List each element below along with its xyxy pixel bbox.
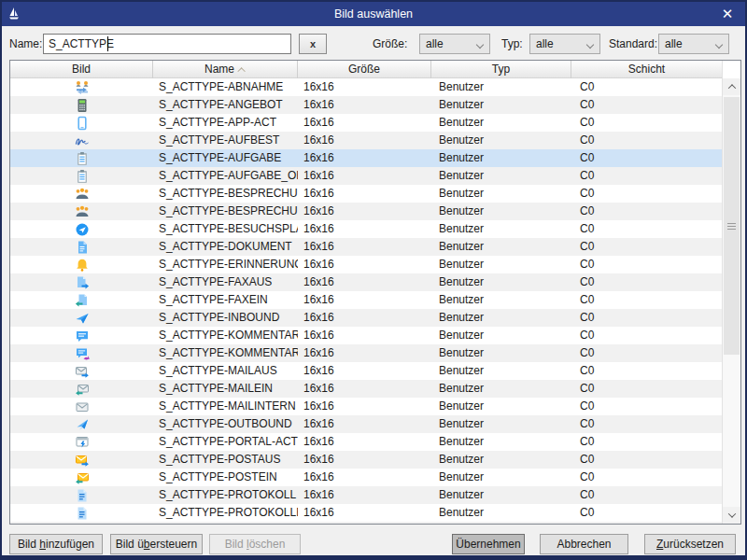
smartphone-icon	[10, 114, 153, 132]
cell-name	[153, 522, 298, 524]
table-row[interactable]: S_ACTTYPE-MAILEIN16x16BenutzerC0	[10, 380, 722, 398]
cancel-button[interactable]: Abbrechen	[540, 534, 628, 554]
cell-size	[298, 522, 431, 524]
table-row[interactable]: S_ACTTYPE-AUFGABE_OH...16x16BenutzerC0	[10, 167, 722, 185]
cell-layer: C0	[571, 114, 722, 132]
cell-size: 16x16	[298, 78, 431, 96]
table-row[interactable]: S_ACTTYPE-BESPRECHUNG16x16BenutzerC0	[10, 185, 722, 203]
sort-asc-icon	[237, 67, 245, 75]
cell-layer: C0	[571, 504, 722, 522]
cell-layer: C0	[571, 149, 722, 167]
cell-layer: C0	[571, 380, 722, 398]
cell-layer: C0	[571, 327, 722, 344]
column-header-schicht[interactable]: Schicht	[571, 61, 722, 78]
cell-size: 16x16	[298, 256, 431, 273]
table-row[interactable]: S_ACTTYPE-OUTBOUND16x16BenutzerC0	[10, 415, 722, 433]
cell-type: Benutzer	[431, 149, 571, 167]
cell-name: S_ACTTYPE-POSTEIN	[153, 469, 298, 486]
table-row[interactable]: S_ACTTYPE-BESPRECHUN...16x16BenutzerC0	[10, 203, 722, 220]
table-row[interactable]: S_ACTTYPE-PROTOKOLLE...16x16BenutzerC0	[10, 504, 722, 522]
cell-name: S_ACTTYPE-MAILINTERN	[153, 398, 298, 415]
cell-type: Benutzer	[431, 185, 571, 203]
standard-select[interactable]: alle	[658, 34, 729, 54]
size-select[interactable]: alle	[419, 34, 490, 54]
cell-type: Benutzer	[431, 256, 571, 273]
reset-button[interactable]: Zurücksetzen	[644, 534, 736, 554]
type-select[interactable]: alle	[529, 34, 600, 54]
table-row[interactable]: S_ACTTYPE-INBOUND16x16BenutzerC0	[10, 309, 722, 327]
table-row[interactable]: S_ACTTYPE-KOMMENTAR...16x16BenutzerC0	[10, 344, 722, 362]
cell-type: Benutzer	[431, 203, 571, 220]
doc-lines-icon	[10, 504, 153, 522]
table-row[interactable]: S_ACTTYPE-MAILINTERN16x16BenutzerC0	[10, 398, 722, 415]
cell-name: S_ACTTYPE-FAXAUS	[153, 273, 298, 291]
table-row[interactable]: S_ACTTYPE-POSTAUS16x16BenutzerC0	[10, 451, 722, 469]
bell-icon	[10, 256, 153, 273]
table-row[interactable]	[10, 522, 722, 524]
cell-layer: C0	[571, 469, 722, 486]
cell-name: S_ACTTYPE-APP-ACT	[153, 114, 298, 132]
cell-name: S_ACTTYPE-POSTAUS	[153, 451, 298, 469]
title-bar[interactable]: Bild auswählen ✕	[2, 2, 745, 26]
table-row[interactable]: S_ACTTYPE-ERINNERUNG16x16BenutzerC0	[10, 256, 722, 273]
table-row[interactable]: S_ACTTYPE-AUFBEST16x16BenutzerC0	[10, 132, 722, 149]
scrollbar-track[interactable]	[723, 95, 740, 507]
table-row[interactable]: S_ACTTYPE-APP-ACT16x16BenutzerC0	[10, 114, 722, 132]
envelope-yellow-arrow-right-icon	[10, 451, 153, 469]
table-row[interactable]: S_ACTTYPE-DOKUMENT16x16BenutzerC0	[10, 238, 722, 256]
table-row[interactable]: S_ACTTYPE-MAILAUS16x16BenutzerC0	[10, 362, 722, 380]
table-row[interactable]: S_ACTTYPE-POSTEIN16x16BenutzerC0	[10, 469, 722, 486]
cell-name: S_ACTTYPE-PROTOKOLLE...	[153, 504, 298, 522]
column-header-groesse[interactable]: Größe	[298, 61, 431, 78]
table-row[interactable]: S_ACTTYPE-KOMMENTAR16x16BenutzerC0	[10, 327, 722, 344]
cell-layer: C0	[571, 132, 722, 149]
table-row[interactable]: S_ACTTYPE-FAXAUS16x16BenutzerC0	[10, 273, 722, 291]
portal-icon	[10, 433, 153, 451]
cell-layer: C0	[571, 291, 722, 309]
cell-size: 16x16	[298, 185, 431, 203]
scrollbar-thumb[interactable]	[724, 97, 740, 355]
cell-name: S_ACTTYPE-AUFGABE_OH...	[153, 167, 298, 185]
table-row[interactable]: S_ACTTYPE-FAXEIN16x16BenutzerC0	[10, 291, 722, 309]
close-button[interactable]: ✕	[717, 2, 738, 26]
cell-size: 16x16	[298, 344, 431, 362]
cell-type: Benutzer	[431, 291, 571, 309]
cell-type	[431, 522, 571, 524]
table-row[interactable]: S_ACTTYPE-AUFGABE16x16BenutzerC0	[10, 149, 722, 167]
cell-type: Benutzer	[431, 486, 571, 504]
cell-size: 16x16	[298, 433, 431, 451]
scroll-down-button[interactable]	[723, 507, 740, 524]
meeting-icon	[10, 185, 153, 203]
image-table: Bild Name Größe Typ Schicht S_ACTTYPE-AB…	[9, 60, 741, 525]
cell-layer: C0	[571, 344, 722, 362]
name-input[interactable]	[43, 34, 291, 54]
type-select-value: alle	[536, 37, 554, 50]
sailboat-icon	[2, 7, 26, 21]
doc-arrow-right-icon	[10, 273, 153, 291]
plane-circle-icon	[10, 220, 153, 238]
cell-name: S_ACTTYPE-BESPRECHUN...	[153, 203, 298, 220]
table-row[interactable]: S_ACTTYPE-ABNAHME16x16BenutzerC0	[10, 78, 722, 96]
apply-button[interactable]: Übernehmen	[452, 534, 525, 554]
column-header-bild[interactable]: Bild	[10, 61, 153, 78]
table-row[interactable]: S_ACTTYPE-ANGEBOT16x16BenutzerC0	[10, 96, 722, 114]
cell-size: 16x16	[298, 273, 431, 291]
add-image-button[interactable]: Bild hinzufügen	[9, 534, 103, 554]
vertical-scrollbar[interactable]	[722, 61, 740, 524]
delete-image-button: Bild löschen	[209, 534, 301, 554]
cell-size: 16x16	[298, 451, 431, 469]
override-image-button[interactable]: Bild übersteuern	[110, 534, 203, 554]
cell-type: Benutzer	[431, 433, 571, 451]
table-row[interactable]: S_ACTTYPE-PORTAL-ACT16x16BenutzerC0	[10, 433, 722, 451]
doc-arrow-left-icon	[10, 291, 153, 309]
cell-type: Benutzer	[431, 504, 571, 522]
clear-filter-button[interactable]: x	[299, 34, 327, 54]
column-header-typ[interactable]: Typ	[431, 61, 571, 78]
cell-type: Benutzer	[431, 451, 571, 469]
table-row[interactable]: S_ACTTYPE-BESUCHSPLA...16x16BenutzerC0	[10, 220, 722, 238]
scroll-up-button[interactable]	[723, 78, 740, 95]
table-row[interactable]: S_ACTTYPE-PROTOKOLL16x16BenutzerC0	[10, 486, 722, 504]
cell-layer: C0	[571, 451, 722, 469]
cell-type: Benutzer	[431, 78, 571, 96]
column-header-name[interactable]: Name	[153, 61, 298, 78]
